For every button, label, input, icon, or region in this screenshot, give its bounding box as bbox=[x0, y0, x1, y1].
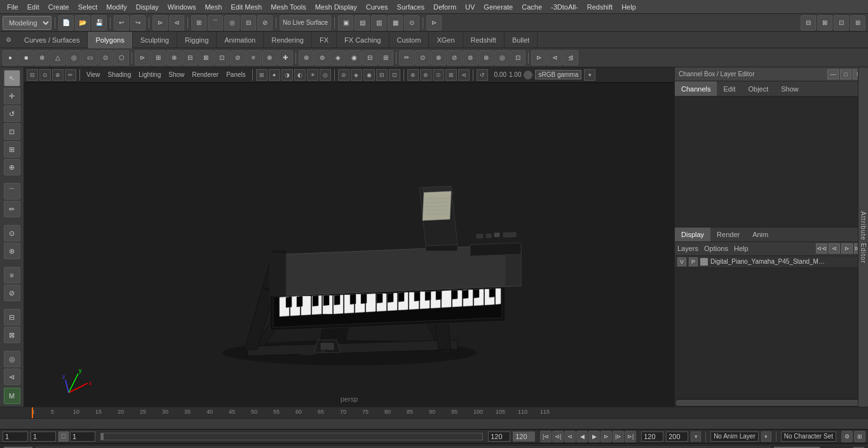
shelf-combine[interactable]: ⊡ bbox=[214, 50, 229, 65]
tab-polygons[interactable]: Polygons bbox=[88, 32, 132, 48]
vp-menu-view[interactable]: View bbox=[83, 70, 104, 79]
viewport-canvas[interactable]: x y z persp bbox=[24, 83, 674, 407]
tab-object[interactable]: Object bbox=[742, 81, 775, 96]
snap-point-button[interactable]: ◎ bbox=[224, 15, 240, 31]
tab-channels[interactable]: Channels bbox=[675, 81, 717, 96]
step-fwd-btn[interactable]: ⊳ bbox=[600, 431, 612, 442]
menu-help[interactable]: Help bbox=[617, 2, 641, 12]
tab-display[interactable]: Display bbox=[675, 227, 710, 241]
vp-menu-show[interactable]: Show bbox=[165, 70, 187, 79]
right-icon-4[interactable]: ⊞ bbox=[850, 15, 865, 31]
anim-btn-1[interactable]: ⊳ bbox=[426, 15, 442, 31]
new-file-button[interactable]: 📄 bbox=[58, 15, 74, 31]
shelf-sep2[interactable]: ⊘ bbox=[230, 50, 245, 65]
shelf-paint-3[interactable]: ⊕ bbox=[431, 50, 446, 65]
frame-field-2[interactable]: 1 bbox=[31, 431, 56, 442]
play-fwd-btn[interactable]: ▶ bbox=[588, 431, 600, 442]
range-dropdown-btn[interactable]: ▾ bbox=[691, 431, 701, 442]
shelf-paint-1[interactable]: ✏ bbox=[399, 50, 414, 65]
vp-shadow-btn[interactable]: ◎ bbox=[320, 69, 331, 81]
tab-anim[interactable]: Anim bbox=[746, 227, 775, 241]
open-file-button[interactable]: 📂 bbox=[75, 15, 90, 31]
render-btn-3[interactable]: ▥ bbox=[371, 15, 386, 31]
frame-checkbox[interactable]: ☐ bbox=[58, 431, 69, 442]
shelf-extra-1[interactable]: ⊳ bbox=[531, 50, 546, 65]
menu-surfaces[interactable]: Surfaces bbox=[393, 2, 429, 12]
tab-rendering[interactable]: Rendering bbox=[264, 32, 312, 48]
range-slider[interactable] bbox=[100, 433, 483, 440]
cameral-tool-button[interactable]: ◎ bbox=[4, 351, 20, 367]
shelf-extra-2[interactable]: ⊲ bbox=[547, 50, 562, 65]
render-btn-5[interactable]: ⊙ bbox=[404, 15, 419, 31]
maya-logo-button[interactable]: M bbox=[4, 388, 20, 404]
redo-button[interactable]: ↪ bbox=[130, 15, 146, 31]
scale-tool-button[interactable]: ⊡ bbox=[4, 123, 20, 140]
range-end-field[interactable]: 120 bbox=[513, 431, 535, 442]
tab-bullet[interactable]: Bullet bbox=[505, 32, 538, 48]
menu-file[interactable]: File bbox=[3, 2, 23, 12]
tab-custom[interactable]: Custom bbox=[390, 32, 430, 48]
workspace-dropdown[interactable]: Modeling bbox=[3, 16, 51, 30]
shelf-cone[interactable]: △ bbox=[50, 50, 65, 65]
right-icon-3[interactable]: ⊡ bbox=[834, 15, 849, 31]
lasso-select-button[interactable]: ⌒ bbox=[4, 183, 20, 200]
menu-uv[interactable]: UV bbox=[461, 2, 479, 12]
layer-playback-btn[interactable]: P bbox=[689, 257, 698, 266]
shelf-uv-2[interactable]: ⊚ bbox=[315, 50, 330, 65]
menu-mesh-tools[interactable]: Mesh Tools bbox=[266, 2, 310, 12]
transform-btn-1[interactable]: ⊳ bbox=[153, 15, 168, 31]
vp-show-btn[interactable]: ◉ bbox=[363, 69, 375, 81]
go-to-start-btn[interactable]: |⊲ bbox=[540, 431, 552, 442]
menu-redshift[interactable]: Redshift bbox=[583, 2, 617, 12]
layers-back-btn[interactable]: ⊲⊲ bbox=[816, 243, 827, 254]
current-frame-field[interactable]: 1 bbox=[3, 431, 28, 442]
quick-sel-1-button[interactable]: ⊟ bbox=[4, 309, 20, 325]
anim-char-btn[interactable]: ⊞ bbox=[854, 431, 865, 442]
shelf-paint-6[interactable]: ⊛ bbox=[478, 50, 494, 65]
multi-component-button[interactable]: ≡ bbox=[4, 267, 20, 283]
shelf-paint-7[interactable]: ◎ bbox=[494, 50, 510, 65]
tab-edit[interactable]: Edit bbox=[717, 81, 742, 96]
shelf-multi[interactable]: ≡ bbox=[246, 50, 261, 65]
shelf-merge[interactable]: ⊕ bbox=[166, 50, 182, 65]
layer-color-swatch[interactable] bbox=[700, 258, 708, 266]
vp-lighting-btn[interactable]: ☀ bbox=[307, 69, 318, 81]
vp-camera-btn[interactable]: ⊲ bbox=[458, 69, 470, 81]
range-abs-end-field[interactable]: 200 bbox=[666, 431, 688, 442]
menu-display[interactable]: Display bbox=[132, 2, 163, 12]
tab-fx-caching[interactable]: FX Caching bbox=[337, 32, 389, 48]
move-tool-button[interactable]: ✛ bbox=[4, 88, 20, 104]
snap-edge-button[interactable]: ⊘ bbox=[257, 15, 273, 31]
next-key-btn[interactable]: |⊳ bbox=[613, 431, 624, 442]
menu-deform[interactable]: Deform bbox=[429, 2, 461, 12]
vp-texture-btn[interactable]: ◐ bbox=[294, 69, 306, 81]
menu-curves[interactable]: Curves bbox=[362, 2, 393, 12]
play-back-btn[interactable]: ◀ bbox=[576, 431, 588, 442]
show-manip-button[interactable]: ⊛ bbox=[4, 243, 20, 259]
menu-mesh[interactable]: Mesh bbox=[200, 2, 226, 12]
menu-modify[interactable]: Modify bbox=[102, 2, 131, 12]
vp-overlay-btn[interactable]: ⊡ bbox=[389, 69, 400, 81]
quick-sel-2-button[interactable]: ⊠ bbox=[4, 327, 20, 343]
snap-view-button[interactable]: ⊟ bbox=[241, 15, 256, 31]
range-max-field[interactable]: 120 bbox=[641, 431, 663, 442]
gamma-label[interactable]: sRGB gamma bbox=[535, 70, 581, 79]
menu-generate[interactable]: Generate bbox=[479, 2, 517, 12]
tab-show[interactable]: Show bbox=[775, 81, 805, 96]
shelf-cube[interactable]: ■ bbox=[18, 50, 34, 65]
vp-menu-shading[interactable]: Shading bbox=[105, 70, 135, 79]
color-mode-icon[interactable] bbox=[524, 71, 532, 79]
transform-btn-2[interactable]: ⊲ bbox=[169, 15, 184, 31]
tab-sculpting[interactable]: Sculpting bbox=[133, 32, 177, 48]
rotate-tool-button[interactable]: ↺ bbox=[4, 105, 20, 122]
menu-edit-mesh[interactable]: Edit Mesh bbox=[226, 2, 266, 12]
right-panel-scrollbar[interactable] bbox=[675, 398, 868, 407]
go-to-end-btn[interactable]: ⊳| bbox=[625, 431, 636, 442]
shelf-paint-5[interactable]: ⊚ bbox=[463, 50, 478, 65]
tab-render[interactable]: Render bbox=[710, 227, 746, 241]
tab-rigging[interactable]: Rigging bbox=[177, 32, 217, 48]
sculpt-button[interactable]: ⊘ bbox=[4, 285, 20, 301]
vp-deform-btn[interactable]: ⊙ bbox=[433, 69, 444, 81]
step-back-btn[interactable]: ⊲ bbox=[564, 431, 576, 442]
menu-mesh-display[interactable]: Mesh Display bbox=[311, 2, 362, 12]
